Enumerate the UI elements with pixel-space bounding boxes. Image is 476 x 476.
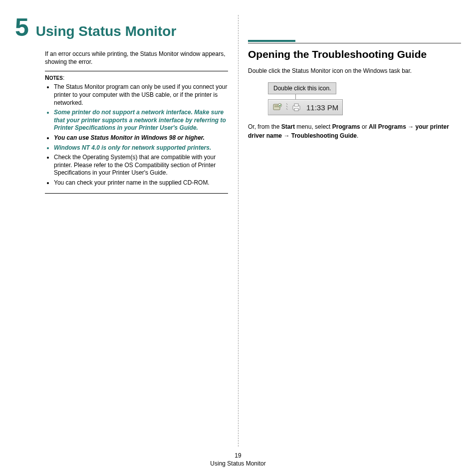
right-column: Opening the Troubleshooting Guide Double…: [238, 15, 461, 449]
left-column: 5 Using Status Monitor If an error occur…: [15, 15, 238, 449]
notes-list: The Status Monitor program can only be u…: [45, 83, 228, 187]
section-accent-rule: [248, 40, 295, 42]
chapter-heading: 5 Using Status Monitor: [15, 15, 228, 40]
note-item: Check the Operating System(s) that are c…: [54, 154, 228, 177]
note-item: You can check your printer name in the s…: [54, 179, 228, 187]
footer-title: Using Status Monitor: [0, 460, 476, 467]
system-tray: 11:33 PM: [268, 99, 343, 115]
printer-tray-icon: [291, 102, 301, 112]
note-item: Windows NT 4.0 is only for network suppo…: [54, 144, 228, 152]
page-footer: 19 Using Status Monitor: [0, 452, 476, 467]
chapter-title: Using Status Monitor: [36, 23, 177, 39]
svg-point-2: [278, 104, 282, 107]
navigation-sequence: Or, from the Start menu, select Programs…: [248, 122, 461, 140]
intro-paragraph: If an error occurs while printing, the S…: [45, 50, 228, 66]
note-item: The Status Monitor program can only be u…: [54, 83, 228, 107]
chapter-number: 5: [15, 15, 29, 40]
column-divider: [238, 15, 238, 447]
body-text: Double click the Status Monitor icon on …: [248, 67, 461, 75]
note-item: You can use Status Monitor in Windows 98…: [54, 134, 228, 142]
svg-rect-5: [294, 108, 298, 111]
section-underline: [248, 43, 461, 43]
section-title: Opening the Troubleshooting Guide: [248, 47, 461, 61]
svg-rect-4: [294, 104, 298, 106]
tray-clock: 11:33 PM: [304, 103, 338, 112]
notes-box: NOTES: The Status Monitor program can on…: [45, 71, 228, 193]
callout-leader-line: [295, 94, 296, 99]
callout-wrap: Double click this icon. 11:33 PM: [268, 82, 461, 115]
note-item: Some printer do not support a network in…: [54, 109, 228, 132]
callout-box: Double click this icon.: [268, 82, 336, 94]
page: 5 Using Status Monitor If an error occur…: [0, 0, 476, 449]
notes-label: NOTES: [45, 74, 63, 81]
page-number: 19: [0, 452, 476, 459]
status-monitor-icon: [272, 102, 282, 112]
tray-separator-icon: [285, 102, 288, 113]
